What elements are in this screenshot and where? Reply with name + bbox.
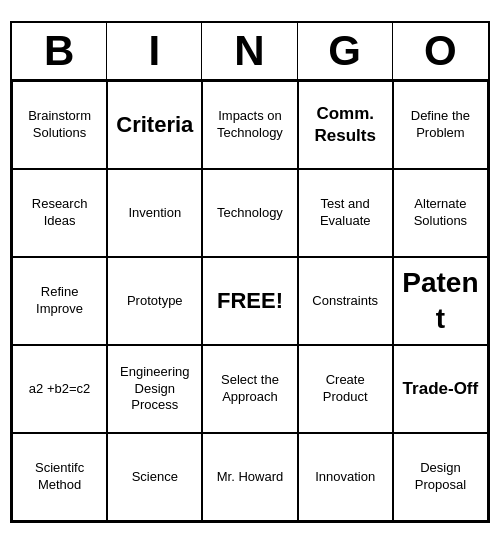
bingo-cell-18: Create Product (298, 345, 393, 433)
bingo-cell-20: Scientifc Method (12, 433, 107, 521)
bingo-card: BINGO Brainstorm SolutionsCriteriaImpact… (10, 21, 490, 523)
bingo-cell-0: Brainstorm Solutions (12, 81, 107, 169)
bingo-cell-1: Criteria (107, 81, 202, 169)
bingo-cell-17: Select the Approach (202, 345, 297, 433)
bingo-cell-12: FREE! (202, 257, 297, 345)
bingo-cell-6: Invention (107, 169, 202, 257)
bingo-cell-24: Design Proposal (393, 433, 488, 521)
bingo-letter-g: G (298, 23, 393, 79)
bingo-cell-5: Research Ideas (12, 169, 107, 257)
bingo-cell-19: Trade-Off (393, 345, 488, 433)
bingo-letter-n: N (202, 23, 297, 79)
bingo-letter-o: O (393, 23, 488, 79)
bingo-cell-11: Prototype (107, 257, 202, 345)
bingo-cell-10: Refine Improve (12, 257, 107, 345)
bingo-cell-16: Engineering Design Process (107, 345, 202, 433)
bingo-cell-8: Test and Evaluate (298, 169, 393, 257)
bingo-cell-9: Alternate Solutions (393, 169, 488, 257)
bingo-header: BINGO (12, 23, 488, 81)
bingo-cell-2: Impacts on Technology (202, 81, 297, 169)
bingo-letter-b: B (12, 23, 107, 79)
bingo-cell-3: Comm. Results (298, 81, 393, 169)
bingo-cell-4: Define the Problem (393, 81, 488, 169)
bingo-cell-13: Constraints (298, 257, 393, 345)
bingo-cell-23: Innovation (298, 433, 393, 521)
bingo-cell-21: Science (107, 433, 202, 521)
bingo-cell-14: Patent (393, 257, 488, 345)
bingo-cell-7: Technology (202, 169, 297, 257)
bingo-cell-22: Mr. Howard (202, 433, 297, 521)
bingo-grid: Brainstorm SolutionsCriteriaImpacts on T… (12, 81, 488, 521)
bingo-cell-15: a2 +b2=c2 (12, 345, 107, 433)
bingo-letter-i: I (107, 23, 202, 79)
